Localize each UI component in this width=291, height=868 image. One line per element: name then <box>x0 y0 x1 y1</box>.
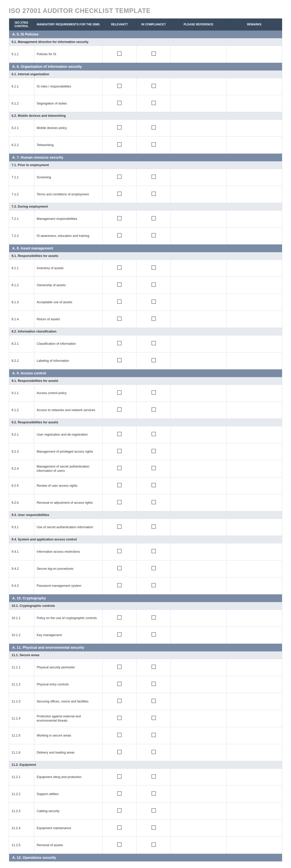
relevant-checkbox[interactable] <box>117 583 121 587</box>
compliance-checkbox[interactable] <box>151 233 156 238</box>
remarks-cell[interactable] <box>226 659 282 676</box>
relevant-checkbox[interactable] <box>117 826 121 830</box>
reference-cell[interactable] <box>171 227 226 245</box>
remarks-cell[interactable] <box>226 494 282 512</box>
reference-cell[interactable] <box>171 837 226 854</box>
relevant-checkbox[interactable] <box>117 407 121 412</box>
reference-cell[interactable] <box>171 402 226 419</box>
relevant-checkbox[interactable] <box>117 101 121 105</box>
reference-cell[interactable] <box>171 676 226 693</box>
compliance-checkbox[interactable] <box>151 566 156 570</box>
reference-cell[interactable] <box>171 744 226 761</box>
reference-cell[interactable] <box>171 169 226 186</box>
remarks-cell[interactable] <box>226 227 282 245</box>
compliance-checkbox[interactable] <box>151 808 156 813</box>
relevant-checkbox[interactable] <box>117 449 121 453</box>
compliance-checkbox[interactable] <box>151 84 156 88</box>
relevant-checkbox[interactable] <box>117 125 121 129</box>
remarks-cell[interactable] <box>226 46 282 63</box>
relevant-checkbox[interactable] <box>117 142 121 147</box>
compliance-checkbox[interactable] <box>151 826 156 830</box>
remarks-cell[interactable] <box>226 211 282 227</box>
compliance-checkbox[interactable] <box>151 282 156 287</box>
relevant-checkbox[interactable] <box>117 358 121 362</box>
remarks-cell[interactable] <box>226 402 282 419</box>
compliance-checkbox[interactable] <box>151 525 156 529</box>
compliance-checkbox[interactable] <box>151 216 156 220</box>
reference-cell[interactable] <box>171 426 226 443</box>
compliance-checkbox[interactable] <box>151 750 156 754</box>
compliance-checkbox[interactable] <box>151 549 156 553</box>
compliance-checkbox[interactable] <box>151 358 156 362</box>
reference-cell[interactable] <box>171 460 226 477</box>
reference-cell[interactable] <box>171 560 226 577</box>
relevant-checkbox[interactable] <box>117 500 121 504</box>
remarks-cell[interactable] <box>226 710 282 727</box>
remarks-cell[interactable] <box>226 769 282 786</box>
reference-cell[interactable] <box>171 786 226 803</box>
compliance-checkbox[interactable] <box>151 341 156 345</box>
compliance-checkbox[interactable] <box>151 192 156 196</box>
remarks-cell[interactable] <box>226 186 282 203</box>
relevant-checkbox[interactable] <box>117 842 121 847</box>
remarks-cell[interactable] <box>226 837 282 854</box>
relevant-checkbox[interactable] <box>117 750 121 754</box>
relevant-checkbox[interactable] <box>117 792 121 796</box>
relevant-checkbox[interactable] <box>117 316 121 321</box>
compliance-checkbox[interactable] <box>151 792 156 796</box>
remarks-cell[interactable] <box>226 460 282 477</box>
reference-cell[interactable] <box>171 294 226 311</box>
remarks-cell[interactable] <box>226 477 282 494</box>
relevant-checkbox[interactable] <box>117 549 121 553</box>
relevant-checkbox[interactable] <box>117 525 121 529</box>
remarks-cell[interactable] <box>226 95 282 112</box>
compliance-checkbox[interactable] <box>151 101 156 105</box>
remarks-cell[interactable] <box>226 693 282 710</box>
reference-cell[interactable] <box>171 136 226 154</box>
compliance-checkbox[interactable] <box>151 52 156 56</box>
relevant-checkbox[interactable] <box>117 233 121 238</box>
relevant-checkbox[interactable] <box>117 665 121 669</box>
compliance-checkbox[interactable] <box>151 390 156 395</box>
reference-cell[interactable] <box>171 78 226 95</box>
compliance-checkbox[interactable] <box>151 125 156 129</box>
reference-cell[interactable] <box>171 477 226 494</box>
reference-cell[interactable] <box>171 820 226 837</box>
reference-cell[interactable] <box>171 352 226 369</box>
remarks-cell[interactable] <box>226 627 282 644</box>
reference-cell[interactable] <box>171 710 226 727</box>
compliance-checkbox[interactable] <box>151 583 156 587</box>
compliance-checkbox[interactable] <box>151 407 156 412</box>
reference-cell[interactable] <box>171 120 226 136</box>
compliance-checkbox[interactable] <box>151 449 156 453</box>
compliance-checkbox[interactable] <box>151 466 156 470</box>
relevant-checkbox[interactable] <box>117 216 121 220</box>
relevant-checkbox[interactable] <box>117 632 121 637</box>
compliance-checkbox[interactable] <box>151 615 156 620</box>
remarks-cell[interactable] <box>226 426 282 443</box>
compliance-checkbox[interactable] <box>151 716 156 720</box>
compliance-checkbox[interactable] <box>151 632 156 637</box>
reference-cell[interactable] <box>171 311 226 328</box>
reference-cell[interactable] <box>171 727 226 744</box>
relevant-checkbox[interactable] <box>117 615 121 620</box>
compliance-checkbox[interactable] <box>151 175 156 179</box>
remarks-cell[interactable] <box>226 311 282 328</box>
relevant-checkbox[interactable] <box>117 52 121 56</box>
relevant-checkbox[interactable] <box>117 432 121 436</box>
reference-cell[interactable] <box>171 494 226 512</box>
remarks-cell[interactable] <box>226 294 282 311</box>
remarks-cell[interactable] <box>226 443 282 460</box>
remarks-cell[interactable] <box>226 78 282 95</box>
relevant-checkbox[interactable] <box>117 733 121 737</box>
remarks-cell[interactable] <box>226 385 282 402</box>
remarks-cell[interactable] <box>226 610 282 627</box>
remarks-cell[interactable] <box>226 820 282 837</box>
compliance-checkbox[interactable] <box>151 682 156 686</box>
relevant-checkbox[interactable] <box>117 282 121 287</box>
reference-cell[interactable] <box>171 335 226 352</box>
remarks-cell[interactable] <box>226 277 282 294</box>
relevant-checkbox[interactable] <box>117 808 121 813</box>
remarks-cell[interactable] <box>226 136 282 154</box>
remarks-cell[interactable] <box>226 803 282 820</box>
